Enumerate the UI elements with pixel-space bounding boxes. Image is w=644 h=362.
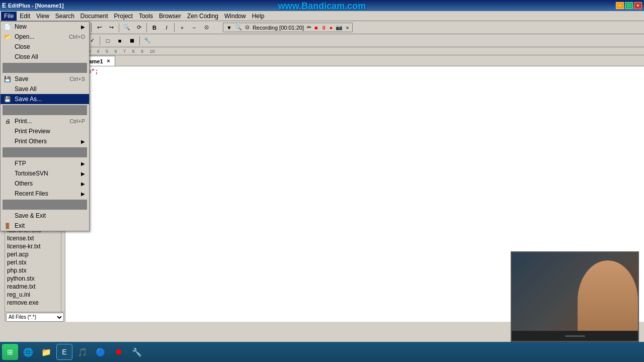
- tab-close-icon[interactable]: ×: [107, 58, 110, 64]
- file-item[interactable]: perl.acp: [5, 250, 61, 258]
- taskbar-explorer[interactable]: 📁: [38, 344, 54, 360]
- title-bar: E EditPlus - [Noname1] www.Bandicam.com …: [0, 0, 644, 11]
- open-icon: 📂: [3, 32, 13, 42]
- file-item[interactable]: perl.stx: [5, 258, 61, 266]
- toolbar-sep3: [119, 23, 119, 32]
- menu-file[interactable]: File: [1, 12, 17, 21]
- menu-tortoisesvn[interactable]: TortoiseSVN ▶: [1, 168, 89, 178]
- rec-stop-icon[interactable]: ■: [314, 25, 318, 31]
- rec-pause-icon[interactable]: ⏸: [321, 25, 327, 31]
- recording-icon: ▼: [226, 25, 232, 31]
- menu-sep3: [3, 147, 87, 157]
- menu-zen-coding[interactable]: Zen Coding: [184, 12, 221, 21]
- menu-recent-files[interactable]: Recent Files ▶: [1, 189, 89, 199]
- menu-close-all[interactable]: Close All: [1, 52, 89, 62]
- replace-button[interactable]: ⟳: [133, 23, 144, 33]
- tb2-btn10[interactable]: ■: [114, 36, 125, 46]
- file-item[interactable]: remove.exe: [5, 299, 61, 307]
- tb2-btn9[interactable]: □: [102, 36, 113, 46]
- menu-print-preview[interactable]: Print Preview: [1, 126, 89, 136]
- menu-ftp[interactable]: FTP ▶: [1, 158, 89, 168]
- menu-tools[interactable]: Tools: [136, 12, 156, 21]
- file-filter-select[interactable]: All Files (*.*): [6, 313, 64, 322]
- start-button[interactable]: ⊞: [2, 344, 18, 360]
- menu-browser[interactable]: Browser: [156, 12, 184, 21]
- tab-bar: ● Noname1 ×: [65, 55, 644, 66]
- rec-dot-icon[interactable]: ●: [330, 25, 333, 31]
- save-icon: 💾: [3, 74, 13, 84]
- zoom-icon: 🔍: [235, 24, 242, 31]
- zoom-reset-button[interactable]: ⊙: [201, 23, 212, 33]
- file-filter-container: All Files (*.*): [5, 312, 65, 322]
- taskbar-chrome[interactable]: 🔵: [93, 344, 109, 360]
- webcam-video: [512, 252, 638, 341]
- menu-print[interactable]: 🖨 Print... Ctrl+P: [1, 116, 89, 126]
- file-menu-dropdown: 📄 New ▶ 📂 Open... Ctrl+O Close Close All…: [0, 21, 90, 231]
- menu-save-all[interactable]: Save All: [1, 84, 89, 94]
- menu-view[interactable]: View: [33, 12, 52, 21]
- menu-save-as[interactable]: 💾 Save As...: [1, 94, 89, 104]
- rec-close-icon[interactable]: ×: [346, 25, 349, 31]
- toolbar: 📄 📂 💾 🖨 ✂ 📋 📌 ↩ ↪ 🔍 ⟳ B I + − ⊙ ▼ 🔍 ⊙ Re…: [0, 21, 644, 34]
- new-icon: 📄: [3, 22, 13, 32]
- tb2-sep2: [139, 36, 140, 45]
- file-item[interactable]: reg_u.ini: [5, 291, 61, 299]
- exit-icon: 🚪: [3, 221, 13, 231]
- menu-sep4: [3, 200, 87, 210]
- menu-project[interactable]: Project: [111, 12, 136, 21]
- tb2-sep1: [100, 36, 100, 45]
- close-button[interactable]: ×: [634, 2, 642, 9]
- toolbar-sep2: [91, 23, 92, 32]
- undo-button[interactable]: ↩: [94, 23, 105, 33]
- menu-search[interactable]: Search: [52, 12, 77, 21]
- menu-window[interactable]: Window: [221, 12, 249, 21]
- title-bar-left: E EditPlus - [Noname1]: [2, 2, 64, 9]
- recording-time: Recording [00:01:20]: [253, 25, 304, 31]
- tb2-btn12[interactable]: 🔧: [142, 36, 153, 46]
- menu-help[interactable]: Help: [249, 12, 268, 21]
- toolbar2: ≡ ▸ ⬛ ⬜ ◻ ▣ ▤ ✓ □ ■ ◼ 🔧: [0, 34, 644, 47]
- minimize-button[interactable]: −: [616, 2, 624, 9]
- file-item[interactable]: license.txt: [5, 234, 61, 242]
- taskbar-media[interactable]: 🎵: [74, 344, 91, 360]
- webcam-person: [578, 260, 638, 341]
- print-icon: 🖨: [3, 116, 13, 126]
- menu-open[interactable]: 📂 Open... Ctrl+O: [1, 32, 89, 42]
- menu-exit[interactable]: 🚪 Exit: [1, 221, 89, 231]
- ruler: 1 2 3 4 5 6 7 8 9 10: [65, 47, 644, 55]
- toolbar-sep5: [174, 23, 175, 32]
- find-button[interactable]: 🔍: [121, 23, 132, 33]
- maximize-button[interactable]: □: [625, 2, 633, 9]
- zoom-in-button[interactable]: +: [177, 23, 188, 33]
- redo-button[interactable]: ↪: [106, 23, 117, 33]
- menu-new[interactable]: 📄 New ▶: [1, 22, 89, 32]
- menu-save[interactable]: 💾 Save Ctrl+S: [1, 74, 89, 84]
- file-item[interactable]: php.stx: [5, 266, 61, 275]
- taskbar-record[interactable]: ⏺: [111, 344, 127, 360]
- tb2-btn11[interactable]: ◼: [126, 36, 137, 46]
- recording-bar: ▼ 🔍 ⊙ Recording [00:01:20] ✏ ■ ⏸ ● 📷 ×: [223, 23, 353, 32]
- rec-cam-icon[interactable]: 📷: [336, 24, 343, 31]
- webcam-overlay: [511, 251, 639, 342]
- menu-close[interactable]: Close: [1, 42, 89, 52]
- taskbar: ⊞ 🌐 📁 E 🎵 🔵 ⏺ 🔧: [0, 342, 644, 362]
- menu-others[interactable]: Others ▶: [1, 178, 89, 189]
- menu-save-exit[interactable]: Save & Exit: [1, 211, 89, 221]
- menu-edit[interactable]: Edit: [17, 12, 33, 21]
- menu-print-others[interactable]: Print Others ▶: [1, 136, 89, 146]
- file-item[interactable]: python.stx: [5, 275, 61, 283]
- title-controls: − □ ×: [616, 2, 642, 9]
- file-item[interactable]: license-kr.txt: [5, 242, 61, 250]
- taskbar-tool[interactable]: 🔧: [129, 344, 145, 360]
- bold-button[interactable]: B: [149, 23, 160, 33]
- menu-sep1: [3, 63, 87, 73]
- taskbar-ie[interactable]: 🌐: [20, 344, 36, 360]
- italic-button[interactable]: I: [161, 23, 172, 33]
- taskbar-editplus[interactable]: E: [56, 344, 72, 360]
- file-item[interactable]: readme.txt: [5, 283, 61, 291]
- zoom-out-button[interactable]: −: [189, 23, 200, 33]
- app-icon: E: [2, 2, 6, 9]
- toolbar-sep4: [146, 23, 147, 32]
- menu-document[interactable]: Document: [77, 12, 111, 21]
- bandicam-title: www.Bandicam.com: [278, 1, 366, 12]
